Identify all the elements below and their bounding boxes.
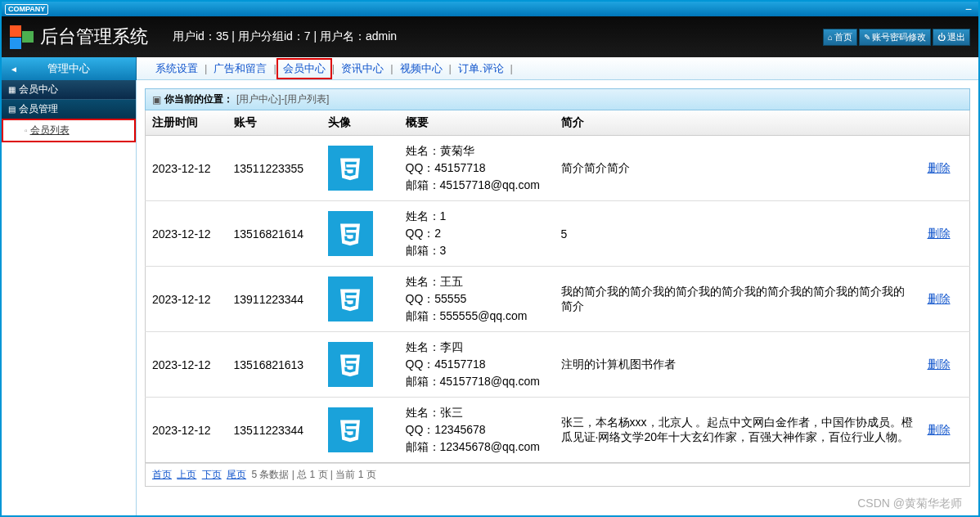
breadcrumb-path: [用户中心]-[用户列表]: [236, 92, 329, 106]
pager-prev[interactable]: 上页: [177, 469, 196, 480]
table-header-cell: 账号: [227, 110, 321, 136]
window-titlebar: COMPANY −: [2, 2, 978, 16]
delete-link[interactable]: 删除: [928, 161, 951, 174]
table-row: 2023-12-1213516821613姓名：李四QQ：45157718邮箱：…: [146, 332, 970, 398]
cell-account: 13516821613: [227, 332, 321, 398]
main-content: ▣ 你当前的位置： [用户中心]-[用户列表] 注册时间账号头像概要简介 202…: [137, 80, 978, 515]
cell-account: 13911223344: [227, 267, 321, 332]
cell-action: 删除: [921, 136, 970, 201]
company-badge: COMPANY: [5, 4, 48, 15]
user-info: 用户id：35 | 用户分组id：7 | 用户名：admin: [173, 29, 823, 44]
cell-account: 13511223355: [227, 136, 321, 201]
document-icon: ▫: [25, 126, 28, 135]
table-header-cell: 概要: [399, 110, 555, 136]
table-header-cell: 头像: [321, 110, 399, 136]
topnav-item-2[interactable]: 会员中心: [276, 58, 332, 79]
breadcrumb-label: 你当前的位置：: [164, 92, 233, 106]
cell-time: 2023-12-12: [146, 398, 227, 463]
sidebar: 管理中心 ▦ 会员中心 ▤ 会员管理 ▫会员列表: [2, 80, 137, 515]
cell-action: 删除: [921, 201, 970, 267]
table-header-cell: 简介: [555, 110, 921, 136]
logout-button[interactable]: ⏻退出: [933, 29, 970, 46]
cell-time: 2023-12-12: [146, 201, 227, 267]
table-row: 2023-12-1213511223344姓名：张三QQ：12345678邮箱：…: [146, 398, 970, 463]
sidebar-subgroup-member-mgmt[interactable]: ▤ 会员管理: [2, 99, 136, 119]
sidebar-header[interactable]: 管理中心: [2, 57, 137, 80]
topnav-item-4[interactable]: 视频中心: [393, 61, 449, 76]
cell-time: 2023-12-12: [146, 267, 227, 332]
cell-summary: 姓名：黄菊华QQ：45157718邮箱：45157718@qq.com: [399, 136, 555, 201]
cell-time: 2023-12-12: [146, 136, 227, 201]
password-button[interactable]: ✎账号密码修改: [859, 29, 931, 46]
topnav-item-5[interactable]: 订单.评论: [452, 61, 510, 76]
home-icon: ⌂: [828, 33, 833, 42]
table-row: 2023-12-1213511223355姓名：黄菊华QQ：45157718邮箱…: [146, 136, 970, 201]
avatar-icon: [328, 146, 373, 191]
cell-action: 删除: [921, 398, 970, 463]
top-nav: 系统设置 | 广告和留言 | 会员中心 | 资讯中心 | 视频中心 | 订单.评…: [2, 57, 978, 80]
table-body: 2023-12-1213511223355姓名：黄菊华QQ：45157718邮箱…: [146, 136, 970, 463]
table-row: 2023-12-1213516821614姓名：1QQ：2邮箱：35删除: [146, 201, 970, 267]
delete-link[interactable]: 删除: [928, 357, 951, 371]
home-button[interactable]: ⌂首页: [823, 29, 857, 46]
table-row: 2023-12-1213911223344姓名：王五QQ：55555邮箱：555…: [146, 267, 970, 332]
pager-next[interactable]: 下页: [202, 469, 222, 480]
pager-last[interactable]: 尾页: [227, 469, 246, 480]
app-header: 后台管理系统 用户id：35 | 用户分组id：7 | 用户名：admin ⌂首…: [2, 16, 978, 57]
cell-avatar: [321, 398, 399, 463]
pager-info: 5 条数据 | 总 1 页 | 当前 1 页: [251, 469, 375, 480]
cell-intro: 简介简介简介: [555, 136, 921, 201]
delete-link[interactable]: 删除: [928, 292, 951, 305]
app-title: 后台管理系统: [40, 25, 148, 49]
sidebar-item-member-list[interactable]: ▫会员列表: [2, 119, 136, 142]
member-table: 注册时间账号头像概要简介 2023-12-1213511223355姓名：黄菊华…: [145, 110, 970, 463]
cell-summary: 姓名：王五QQ：55555邮箱：555555@qq.com: [399, 267, 555, 332]
cell-summary: 姓名：李四QQ：45157718邮箱：45157718@qq.com: [399, 332, 555, 398]
cell-account: 13511223344: [227, 398, 321, 463]
cell-time: 2023-12-12: [146, 332, 227, 398]
avatar-icon: [328, 407, 373, 452]
avatar-icon: [328, 342, 373, 387]
power-icon: ⏻: [937, 33, 946, 42]
cell-avatar: [321, 267, 399, 332]
table-header-cell: 注册时间: [146, 110, 227, 136]
topnav-item-1[interactable]: 广告和留言: [207, 61, 273, 76]
cell-summary: 姓名：张三QQ：12345678邮箱：12345678@qq.com: [399, 398, 555, 463]
cell-avatar: [321, 332, 399, 398]
pager-first[interactable]: 首页: [152, 469, 172, 480]
cell-intro: 我的简介我的简介我的简介我的简介我的简介我的简介我的简介我的简介: [555, 267, 921, 332]
cell-summary: 姓名：1QQ：2邮箱：3: [399, 201, 555, 267]
cell-intro: 注明的计算机图书作者: [555, 332, 921, 398]
list-icon: ▤: [8, 105, 16, 114]
sidebar-group-member-center[interactable]: ▦ 会员中心: [2, 80, 136, 99]
cell-avatar: [321, 136, 399, 201]
cell-avatar: [321, 201, 399, 267]
cell-action: 删除: [921, 332, 970, 398]
cell-account: 13516821614: [227, 201, 321, 267]
cell-intro: 张三，本名杨xxx，北京人 。起点中文网白金作者，中国作协成员。橙瓜见证·网络文…: [555, 398, 921, 463]
delete-link[interactable]: 删除: [928, 423, 951, 436]
table-header-row: 注册时间账号头像概要简介: [146, 110, 970, 136]
cell-intro: 5: [555, 201, 921, 267]
logo-icon: [10, 25, 34, 49]
pager: 首页 上页 下页 尾页 5 条数据 | 总 1 页 | 当前 1 页: [145, 463, 970, 487]
avatar-icon: [328, 276, 373, 321]
minimize-icon[interactable]: −: [962, 2, 975, 16]
cell-action: 删除: [921, 267, 970, 332]
topnav-item-3[interactable]: 资讯中心: [335, 61, 390, 76]
grid-icon: ▦: [8, 85, 16, 94]
topnav-item-0[interactable]: 系统设置: [149, 61, 205, 76]
edit-icon: ✎: [864, 33, 870, 42]
avatar-icon: [328, 211, 373, 256]
breadcrumb: ▣ 你当前的位置： [用户中心]-[用户列表]: [145, 88, 970, 110]
table-header-cell: [921, 110, 970, 136]
location-icon: ▣: [152, 94, 161, 106]
delete-link[interactable]: 删除: [928, 227, 951, 240]
